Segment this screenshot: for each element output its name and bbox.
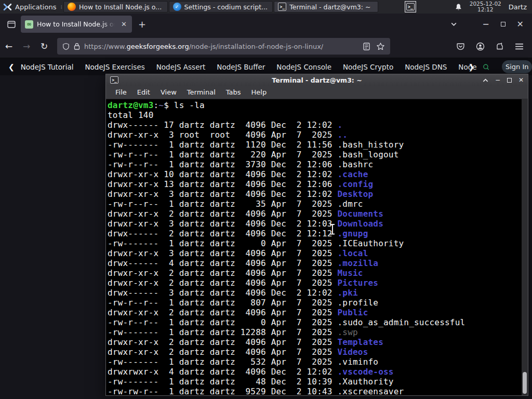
- pocket-save-icon[interactable]: [456, 42, 465, 51]
- terminal-line: drwxr-xr-x 10 dartz dartz 4096 Dec 2 12:…: [108, 169, 528, 179]
- forward-button[interactable]: →: [18, 41, 35, 51]
- minimize-button[interactable]: −: [495, 76, 500, 84]
- tray-terminal-icon[interactable]: >_: [405, 1, 416, 12]
- browser-toolbar: ← → ↻ https://www.geeksforgeeks.org/node…: [0, 35, 532, 58]
- minimize-button[interactable]: −: [482, 19, 489, 29]
- codium-icon: [173, 3, 181, 11]
- terminal-line: -rw------- 1 dartz dartz 48 Dec 2 10:39 …: [108, 377, 528, 387]
- maximize-button[interactable]: [501, 22, 506, 26]
- terminal-line: drwxr-xr-x 2 dartz dartz 4096 Apr 7 2025…: [108, 337, 528, 347]
- site-nav-link[interactable]: NodeJS Assert: [156, 63, 206, 71]
- nav-scroll-left-icon[interactable]: ❮: [8, 63, 15, 71]
- terminal-line: drwxr-xr-x 2 dartz dartz 4096 Apr 7 2025…: [108, 347, 528, 357]
- task-button-terminal[interactable]: Terminal - dartz@vm3: ~: [274, 1, 378, 12]
- task-button-codium[interactable]: Settings - codium script...: [169, 1, 273, 12]
- tab-title: How to Install Node.js on: [37, 20, 116, 28]
- panel-username: Dartz: [509, 3, 528, 11]
- terminal-line: -rw-r--r-- 1 dartz dartz 807 Apr 7 2025 …: [108, 298, 528, 308]
- url-bar-actions: [363, 42, 385, 51]
- geeksforgeeks-favicon: ∞: [25, 20, 33, 29]
- terminal-menu-edit[interactable]: Edit: [132, 88, 155, 96]
- url-domain: geeksforgeeks.org: [126, 43, 189, 50]
- terminal-line: drwxr-xr-x 2 dartz dartz 4096 Apr 7 2025…: [108, 268, 528, 278]
- applications-label: Applications: [15, 3, 56, 11]
- terminal-scrollbar[interactable]: [522, 99, 528, 395]
- terminal-line: drwx------ 2 dartz dartz 4096 Dec 2 12:1…: [108, 229, 528, 238]
- terminal-menu-tabs[interactable]: Tabs: [221, 88, 246, 96]
- top-panel: Applications ⁞ How to Install Node.js o.…: [0, 0, 532, 14]
- terminal-line: -rw-r--r-- 1 dartz dartz 0 Apr 7 2025 .s…: [108, 317, 528, 327]
- search-icon[interactable]: [483, 62, 489, 72]
- panel-task-list: How to Install Node.js o...Settings - co…: [63, 0, 379, 14]
- terminal-line: drwxr-xr-x 2 dartz dartz 4096 Apr 7 2025…: [108, 308, 528, 317]
- terminal-line: drwx------ 17 dartz dartz 4096 Dec 2 12:…: [108, 120, 528, 130]
- task-button-firefox[interactable]: How to Install Node.js o...: [63, 1, 168, 12]
- site-nav-links: NodeJS TutorialNodeJS ExercisesNodeJS As…: [21, 63, 477, 71]
- sign-in-button[interactable]: Sign In: [502, 60, 532, 73]
- reload-button[interactable]: ↻: [35, 41, 53, 51]
- list-tabs-chevron-icon[interactable]: [450, 21, 457, 28]
- terminal-line: -rw------- 1 dartz dartz 0 Apr 7 2025 .I…: [108, 238, 528, 248]
- site-nav-link[interactable]: NodeJS Crypto: [343, 63, 393, 71]
- terminal-menu-terminal[interactable]: Terminal: [182, 88, 221, 96]
- terminal-titlebar[interactable]: >_ Terminal - dartz@vm3: ~ − ✕: [106, 74, 528, 86]
- site-nav-link[interactable]: NodeJS Tutorial: [21, 63, 74, 71]
- desktop: Applications ⁞ How to Install Node.js o.…: [0, 0, 532, 399]
- site-nav-link[interactable]: NodeJS Exercises: [85, 63, 144, 71]
- terminal-line: dartz@vm3:~$ ls -la: [108, 100, 528, 110]
- site-nav-link[interactable]: NodeJS Buffer: [217, 63, 265, 71]
- task-button-label: Settings - codium script...: [184, 3, 268, 11]
- browser-tab-bar: ∞ How to Install Node.js on ✕ + − ✕: [0, 14, 532, 35]
- account-icon[interactable]: [476, 42, 485, 51]
- lock-icon[interactable]: [74, 43, 80, 50]
- task-button-label: Terminal - dartz@vm3: ~: [289, 3, 370, 11]
- terminal-line: -rw-r--r-- 1 dartz dartz 220 Apr 7 2025 …: [108, 150, 528, 159]
- terminal-line: -rw------- 1 dartz dartz 12288 Apr 7 202…: [108, 327, 528, 337]
- menu-hamburger-icon[interactable]: [515, 43, 524, 50]
- url-text: https://www.geeksforgeeks.org/node-js/in…: [84, 43, 323, 50]
- reader-mode-icon[interactable]: [363, 43, 370, 50]
- panel-clock[interactable]: 2025-12-02 12:12: [470, 1, 501, 12]
- shade-button[interactable]: [483, 78, 488, 83]
- close-button[interactable]: ✕: [517, 19, 524, 29]
- site-nav-link[interactable]: NodeJS DNS: [405, 63, 447, 71]
- notification-bell-icon[interactable]: [455, 3, 462, 11]
- terminal-scrollbar-thumb[interactable]: [523, 372, 527, 394]
- terminal-window-controls: − ✕: [483, 76, 524, 84]
- terminal-menubar: FileEditViewTerminalTabsHelp: [106, 86, 528, 99]
- extensions-icon[interactable]: [496, 42, 504, 51]
- bookmark-star-icon[interactable]: [376, 42, 385, 51]
- url-bar[interactable]: https://www.geeksforgeeks.org/node-js/in…: [57, 38, 390, 55]
- terminal-line: drwxr-xr-x 3 dartz dartz 4096 Dec 2 12:0…: [108, 219, 528, 229]
- terminal-viewport[interactable]: dartz@vm3:~$ ls -latotal 140drwx------ 1…: [106, 99, 528, 395]
- terminal-menu-file[interactable]: File: [110, 88, 132, 96]
- terminal-menu-help[interactable]: Help: [246, 88, 272, 96]
- tracking-shield-icon[interactable]: [62, 43, 70, 50]
- terminal-line: drwxr-xr-x 2 dartz dartz 4096 Apr 7 2025…: [108, 209, 528, 219]
- tab-close-icon[interactable]: ✕: [120, 20, 128, 28]
- terminal-line: drwxrwxr-x 4 dartz dartz 4096 Dec 2 12:0…: [108, 367, 528, 377]
- toolbar-right-icons: [456, 42, 532, 51]
- terminal-icon: [278, 3, 286, 11]
- clock-time: 12:12: [470, 7, 501, 12]
- terminal-menu-view[interactable]: View: [155, 88, 182, 96]
- terminal-line: -rw-r--r-- 1 dartz dartz 3730 Dec 2 12:0…: [108, 159, 528, 169]
- back-button[interactable]: ←: [0, 41, 18, 51]
- firefox-view-icon[interactable]: [7, 20, 16, 29]
- firefox-icon: [68, 3, 76, 11]
- panel-status-area: 2025-12-02 12:12 Dartz: [455, 1, 532, 12]
- browser-tab[interactable]: ∞ How to Install Node.js on ✕: [21, 16, 132, 33]
- terminal-line: -rw-rw-r-- 1 dartz dartz 9529 Dec 2 10:4…: [108, 387, 528, 395]
- system-tray: >_: [405, 1, 416, 12]
- maximize-button[interactable]: [507, 78, 512, 83]
- site-nav-bar: ❮ NodeJS TutorialNodeJS ExercisesNodeJS …: [0, 58, 532, 75]
- xfce-logo-icon: [3, 3, 12, 11]
- site-nav-link[interactable]: NodeJS Console: [276, 63, 331, 71]
- terminal-line: -rw------- 1 dartz dartz 1120 Dec 2 11:5…: [108, 140, 528, 150]
- applications-menu-button[interactable]: Applications: [0, 0, 59, 14]
- new-tab-button[interactable]: +: [138, 19, 146, 30]
- nav-scroll-right-icon[interactable]: ❯: [469, 63, 475, 71]
- task-button-label: How to Install Node.js o...: [79, 3, 162, 11]
- close-button[interactable]: ✕: [518, 76, 524, 84]
- terminal-icon: >_: [110, 76, 118, 84]
